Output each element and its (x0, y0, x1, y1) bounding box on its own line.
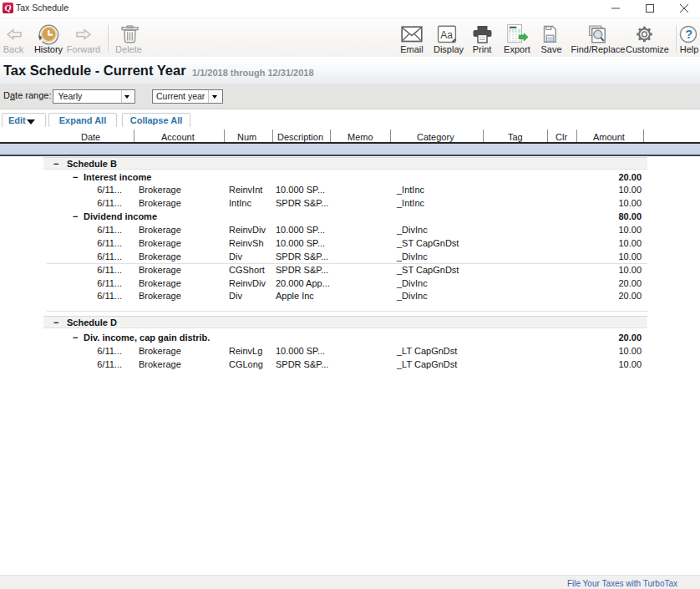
svg-text:?: ? (685, 28, 692, 41)
svg-text:Aa: Aa (440, 29, 453, 41)
